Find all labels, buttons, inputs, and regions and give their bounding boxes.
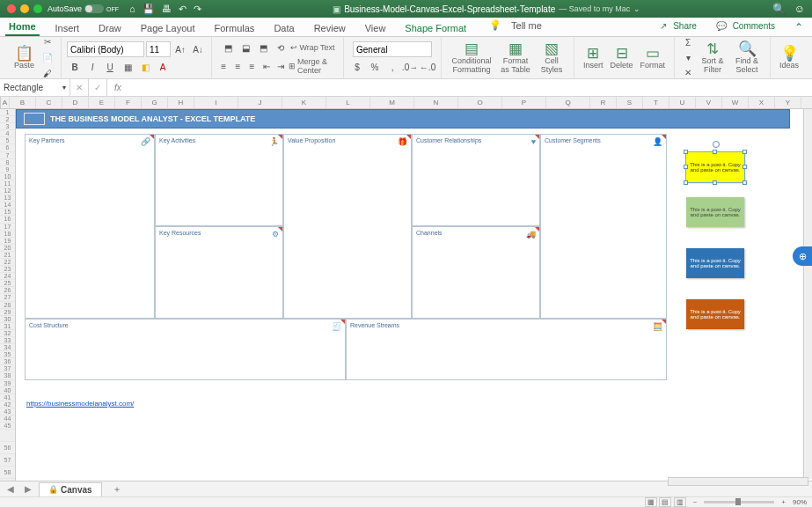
col-W[interactable]: W — [722, 97, 749, 108]
close-window-icon[interactable] — [7, 4, 16, 13]
fill-icon[interactable]: ▾ — [680, 51, 696, 65]
window-controls[interactable] — [7, 4, 42, 13]
col-H[interactable]: H — [168, 97, 194, 108]
font-color-button[interactable]: A — [155, 60, 171, 74]
col-E[interactable]: E — [89, 97, 115, 108]
col-K[interactable]: K — [282, 97, 326, 108]
align-center-icon[interactable]: ≡ — [231, 59, 244, 73]
decrease-font-icon[interactable]: A↓ — [190, 42, 206, 56]
fx-label[interactable]: fx — [107, 83, 128, 92]
title-chevron-icon[interactable]: ⌄ — [633, 4, 640, 13]
tab-nav-next-icon[interactable]: ▶ — [21, 484, 35, 494]
col-L[interactable]: L — [326, 97, 370, 108]
align-bottom-icon[interactable]: ⬒ — [255, 40, 271, 55]
tab-nav-prev-icon[interactable]: ◀ — [4, 484, 18, 494]
tab-data[interactable]: Data — [270, 20, 297, 36]
paste-button[interactable]: 📋 Paste — [11, 46, 38, 70]
postit-orange[interactable]: This is a post-it. Copy and paste on can… — [686, 299, 744, 329]
format-cells-button[interactable]: ▭Format — [637, 46, 669, 70]
underline-button[interactable]: U — [102, 60, 118, 74]
tab-view[interactable]: View — [362, 20, 390, 36]
col-Q[interactable]: Q — [546, 97, 590, 108]
horizontal-scrollbar[interactable] — [668, 477, 808, 486]
col-T[interactable]: T — [643, 97, 669, 108]
bmc-link[interactable]: https://businessmodelanalyst.com/ — [26, 400, 134, 408]
sort-filter-button[interactable]: ⇅Sort & Filter — [696, 41, 729, 74]
indent-decrease-icon[interactable]: ⇤ — [260, 59, 273, 73]
save-icon[interactable]: 💾 — [143, 4, 155, 15]
comma-icon[interactable]: , — [384, 60, 400, 74]
tab-insert[interactable]: Insert — [52, 20, 84, 36]
indent-increase-icon[interactable]: ⇥ — [274, 59, 287, 73]
col-U[interactable]: U — [669, 97, 696, 108]
name-box[interactable]: Rectangle ▾ — [0, 79, 70, 96]
percent-icon[interactable]: % — [367, 60, 383, 74]
align-right-icon[interactable]: ≡ — [245, 59, 258, 73]
merge-center-button[interactable]: ⊞ Merge & Center — [289, 57, 338, 75]
autosave-switch-icon[interactable] — [84, 4, 104, 13]
col-Z[interactable]: Z — [801, 97, 812, 108]
worksheet-grid[interactable]: 1234567891011121314151617181920212223242… — [0, 109, 812, 495]
col-N[interactable]: N — [414, 97, 458, 108]
align-middle-icon[interactable]: ⬓ — [238, 40, 253, 55]
border-button[interactable]: ▦ — [120, 60, 135, 74]
col-B[interactable]: B — [10, 97, 36, 108]
box-cost-structure[interactable]: Cost Structure🧾 — [25, 319, 346, 380]
zoom-level[interactable]: 90% — [793, 498, 807, 506]
copy-icon[interactable]: 📄 — [40, 51, 55, 65]
font-name-select[interactable] — [67, 41, 144, 57]
align-top-icon[interactable]: ⬒ — [220, 40, 236, 55]
view-buttons[interactable]: ▦ ▤ ▥ — [645, 498, 685, 506]
postit-yellow[interactable]: This is a post-it. Copy and paste on can… — [686, 152, 744, 182]
normal-view-icon[interactable]: ▦ — [645, 497, 657, 507]
collapse-ribbon-icon[interactable]: ⌃ — [791, 18, 807, 36]
cut-icon[interactable]: ✂ — [40, 35, 55, 49]
rotate-handle-icon[interactable] — [713, 141, 720, 148]
col-I[interactable]: I — [194, 97, 238, 108]
box-customer-relationships[interactable]: Customer Relationships♥ — [412, 134, 540, 226]
zoom-out-button[interactable]: − — [693, 498, 698, 506]
autosum-icon[interactable]: Σ — [680, 36, 696, 50]
dropbox-badge-icon[interactable]: ⊕ — [793, 246, 812, 266]
col-P[interactable]: P — [502, 97, 546, 108]
conditional-formatting-button[interactable]: ▤Conditional Formatting — [447, 41, 496, 74]
col-S[interactable]: S — [617, 97, 643, 108]
tab-page-layout[interactable]: Page Layout — [137, 20, 199, 36]
tab-formulas[interactable]: Formulas — [211, 20, 259, 36]
ideas-button[interactable]: 💡Ideas — [776, 46, 802, 70]
increase-font-icon[interactable]: A↑ — [172, 42, 188, 56]
orientation-icon[interactable]: ⟲ — [273, 40, 289, 55]
tell-me-search[interactable]: 💡 Tell me — [482, 14, 549, 36]
box-key-resources[interactable]: Key Resources⚙ — [155, 226, 283, 319]
account-icon[interactable]: ☺ — [794, 3, 805, 15]
sheet-tab-canvas[interactable]: 🔒 Canvas — [39, 482, 102, 496]
box-customer-segments[interactable]: Customer Segments👤 — [540, 134, 667, 319]
page-layout-view-icon[interactable]: ▤ — [659, 497, 671, 507]
col-M[interactable]: M — [370, 97, 414, 108]
align-left-icon[interactable]: ≡ — [217, 59, 230, 73]
box-key-activities[interactable]: Key Activities🏃 — [155, 134, 283, 226]
col-R[interactable]: R — [590, 97, 617, 108]
col-V[interactable]: V — [696, 97, 722, 108]
vertical-scrollbar[interactable] — [803, 109, 812, 479]
sheet-area[interactable]: THE BUSINESS MODEL ANALYST - EXCEL TEMPL… — [16, 109, 812, 495]
enter-formula-icon[interactable]: ✓ — [89, 79, 107, 96]
zoom-slider[interactable] — [704, 501, 774, 503]
delete-cells-button[interactable]: ⊟Delete — [607, 46, 637, 70]
wrap-text-button[interactable]: ↩ Wrap Text — [290, 43, 334, 52]
col-C[interactable]: C — [36, 97, 62, 108]
redo-icon[interactable]: ↷ — [194, 4, 201, 15]
page-break-view-icon[interactable]: ▥ — [674, 497, 686, 507]
bold-button[interactable]: B — [67, 60, 83, 74]
tab-draw[interactable]: Draw — [95, 20, 125, 36]
postit-blue[interactable]: This is a post-it. Copy and paste on can… — [686, 248, 744, 278]
zoom-window-icon[interactable] — [33, 4, 42, 13]
add-sheet-button[interactable]: ＋ — [106, 481, 128, 497]
col-J[interactable]: J — [238, 97, 282, 108]
home-icon[interactable]: ⌂ — [129, 4, 135, 15]
increase-decimal-icon[interactable]: .0→ — [402, 60, 418, 74]
currency-icon[interactable]: $ — [349, 60, 365, 74]
box-channels[interactable]: Channels🚚 — [412, 226, 540, 319]
tab-shape-format[interactable]: Shape Format — [401, 20, 470, 36]
col-O[interactable]: O — [458, 97, 502, 108]
